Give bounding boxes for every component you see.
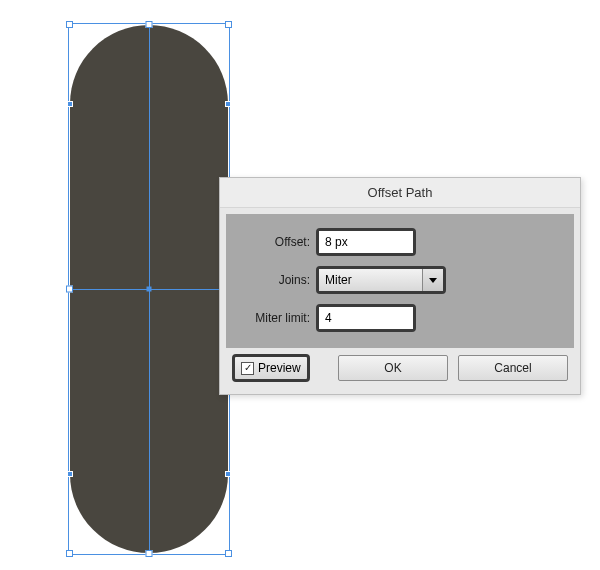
ok-button[interactable]: OK — [338, 355, 448, 381]
joins-select[interactable]: Miter — [316, 266, 446, 294]
offset-row: Offset: — [238, 228, 562, 256]
joins-row: Joins: Miter — [238, 266, 562, 294]
bbox-handle[interactable] — [225, 550, 232, 557]
dialog-title[interactable]: Offset Path — [220, 178, 580, 208]
rounded-rectangle-shape[interactable] — [70, 25, 228, 553]
joins-dropdown-button[interactable] — [423, 269, 443, 291]
offset-path-dialog: Offset Path Offset: Joins: Miter Miter l… — [219, 177, 581, 395]
check-icon: ✓ — [244, 363, 252, 373]
bbox-handle[interactable] — [66, 550, 73, 557]
offset-input[interactable] — [319, 231, 413, 253]
preview-label: Preview — [258, 361, 301, 375]
preview-checkbox[interactable]: ✓ — [241, 362, 254, 375]
offset-field-shell — [316, 228, 416, 256]
miter-limit-input[interactable] — [319, 307, 413, 329]
joins-label: Joins: — [238, 273, 316, 287]
dialog-button-row: ✓ Preview OK Cancel — [232, 354, 568, 382]
bbox-handle[interactable] — [66, 21, 73, 28]
dialog-body: Offset: Joins: Miter Miter limit: — [226, 214, 574, 348]
bbox-handle[interactable] — [225, 21, 232, 28]
offset-label: Offset: — [238, 235, 316, 249]
cancel-button[interactable]: Cancel — [458, 355, 568, 381]
canvas-selection[interactable] — [70, 25, 228, 553]
chevron-down-icon — [429, 278, 437, 283]
joins-value: Miter — [319, 269, 423, 291]
miter-limit-label: Miter limit: — [238, 311, 316, 325]
preview-toggle[interactable]: ✓ Preview — [232, 354, 310, 382]
miter-limit-row: Miter limit: — [238, 304, 562, 332]
miter-limit-field-shell — [316, 304, 416, 332]
